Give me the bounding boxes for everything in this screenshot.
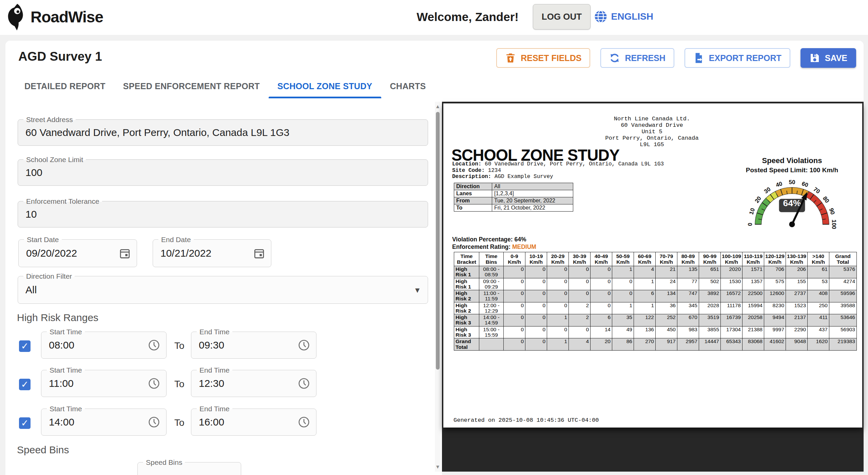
reset-fields-button[interactable]: RESET FIELDS: [496, 48, 590, 68]
column-header: 0-9Km/h: [504, 252, 525, 266]
table-row: High Risk 108:00 - 08:590000014211356512…: [454, 266, 857, 278]
column-header: >140Km/h: [808, 252, 829, 266]
enforcement-tolerance-field[interactable]: Enforcement Tolerance 10: [18, 201, 428, 227]
scrollbar-thumb[interactable]: [436, 112, 440, 370]
survey-meta-table: DirectionAllLanes[1,2,3,4]FromTue, 20 Se…: [454, 183, 573, 212]
gauge-tick-label: 0: [747, 223, 753, 226]
gauge-tick-label: 10: [748, 207, 756, 215]
logout-button[interactable]: LOG OUT: [533, 4, 591, 29]
calendar-icon[interactable]: [119, 248, 131, 259]
language-label: ENGLISH: [611, 11, 653, 22]
start-date-value: 09/20/2022: [26, 248, 77, 259]
column-header: 90-99Km/h: [699, 252, 721, 266]
column-header: 120-129Km/h: [764, 252, 786, 266]
column-header: 40-49Km/h: [591, 252, 612, 266]
street-address-field[interactable]: Street Address 60 Vanedward Drive, Port …: [18, 119, 428, 146]
range-checkbox[interactable]: ✓: [19, 340, 31, 352]
direction-filter-value: All: [25, 284, 37, 296]
clock-icon[interactable]: [298, 339, 310, 351]
table-row: ToFri, 21 October, 2022: [454, 204, 573, 212]
gauge-subtitle: Posted Speed Limit: 100 Km/h: [731, 166, 853, 174]
table-row: High Risk 211:00 - 11:590000006134747389…: [454, 290, 857, 302]
gauge-tick-label: 50: [789, 179, 795, 185]
table-row: Grand Total00142086270917295714447653438…: [454, 338, 857, 351]
top-bar: RoadWise Welcome, Zander! LOG OUT ENGLIS…: [0, 0, 868, 35]
start-time-field[interactable]: Start Time 08:00: [41, 332, 167, 359]
column-header: GrandTotal: [829, 252, 857, 266]
start-time-field[interactable]: Start Time 11:00: [41, 370, 167, 397]
generated-timestamp: Generated on 2025-10-08 10:45:36 UTC-04:…: [454, 417, 599, 423]
end-time-field[interactable]: End Time 16:00: [191, 409, 316, 436]
column-header: TimeBins: [479, 252, 504, 266]
report-info: Location: 60 Vanedward Drive, Port Perry…: [452, 161, 664, 180]
refresh-icon: [609, 53, 620, 63]
gauge-tick-label: 40: [775, 180, 783, 189]
calendar-icon[interactable]: [253, 248, 265, 259]
form-scrollbar[interactable]: ▲ ▼: [435, 102, 441, 472]
gauge-tick-label: 20: [754, 195, 763, 204]
export-report-button[interactable]: EXPORT REPORT: [684, 48, 790, 68]
gauge-title: Speed Violations: [741, 156, 843, 165]
scroll-up-icon[interactable]: ▲: [435, 102, 441, 111]
range-checkbox[interactable]: ✓: [19, 379, 31, 390]
refresh-button[interactable]: REFRESH: [600, 48, 674, 68]
welcome-text: Welcome, Zander!: [417, 10, 519, 24]
report-viewer[interactable]: North Line Canada Ltd.60 Vanedward Drive…: [442, 102, 864, 472]
gauge-needle-hub: [789, 221, 795, 227]
high-risk-ranges-heading: High Risk Ranges: [17, 312, 98, 323]
globe-icon: [594, 10, 607, 23]
table-row: High Risk 315:00 - 15:590000144913645098…: [454, 326, 857, 338]
viewer-bottom-gap: [442, 472, 864, 475]
column-header: 130-139Km/h: [786, 252, 808, 266]
street-address-label: Street Address: [23, 115, 76, 124]
company-address-block: North Line Canada Ltd.60 Vanedward Drive…: [567, 116, 737, 148]
chevron-down-icon[interactable]: ▾: [415, 285, 420, 295]
gauge-tick-label: 80: [822, 195, 831, 204]
start-date-field[interactable]: Start Date 09/20/2022: [18, 239, 137, 267]
column-header: 20-29Km/h: [547, 252, 569, 266]
column-header: 70-79Km/h: [656, 252, 677, 266]
clock-icon[interactable]: [148, 416, 160, 428]
column-header: 100-109Km/h: [721, 252, 742, 266]
to-label: To: [174, 340, 185, 351]
gauge-tick-label: 100: [831, 219, 837, 229]
column-header: 110-119Km/h: [742, 252, 764, 266]
column-header: TimeBracket: [454, 252, 479, 266]
direction-filter-select[interactable]: Direction Filter All ▾: [18, 276, 428, 304]
school-zone-limit-field[interactable]: School Zone Limit 100: [18, 159, 428, 186]
end-time-field[interactable]: End Time 09:30: [191, 332, 316, 359]
range-checkbox[interactable]: ✓: [19, 417, 31, 429]
clock-icon[interactable]: [148, 377, 160, 390]
end-date-field[interactable]: End Date 10/21/2022: [153, 239, 271, 267]
start-time-field[interactable]: Start Time 14:00: [41, 409, 167, 436]
speed-bins-table: TimeBracketTimeBins0-9Km/h10-19Km/h20-29…: [454, 252, 857, 351]
column-header: 10-19Km/h: [525, 252, 547, 266]
owl-logo-icon: [5, 3, 26, 31]
column-header: 60-69Km/h: [634, 252, 656, 266]
save-icon: [809, 53, 820, 63]
table-row: High Risk 212:00 - 12:290002011363452028…: [454, 302, 857, 314]
scroll-down-icon[interactable]: ▼: [435, 463, 441, 471]
brand[interactable]: RoadWise: [5, 3, 103, 31]
school-zone-limit-value: 100: [25, 167, 42, 178]
speed-bins-heading: Speed Bins: [17, 444, 69, 456]
violation-summary: Violation Percentage: 64% Enforcement Ra…: [452, 236, 536, 251]
save-button[interactable]: SAVE: [801, 48, 856, 68]
report-page: North Line Canada Ltd.60 Vanedward Drive…: [443, 103, 862, 428]
gauge-tick-label: 30: [763, 186, 772, 195]
table-row: Lanes[1,2,3,4]: [454, 190, 573, 197]
end-time-field[interactable]: End Time 12:30: [191, 370, 316, 397]
gauge-tick-label: 70: [812, 186, 821, 195]
clock-icon[interactable]: [298, 377, 310, 390]
speed-bins-field[interactable]: Speed Bins: [137, 462, 241, 475]
brand-name: RoadWise: [31, 8, 103, 26]
clock-icon[interactable]: [298, 416, 310, 428]
language-selector[interactable]: ENGLISH: [594, 10, 653, 23]
gauge-tick-label: 60: [801, 180, 809, 189]
clock-icon[interactable]: [148, 339, 160, 351]
export-file-icon: [693, 53, 704, 63]
enforcement-rating-value: MEDIUM: [512, 243, 536, 250]
toolbar: RESET FIELDS REFRESH EXPORT REPORT: [496, 48, 856, 68]
gauge-value-label: 64%: [783, 198, 801, 208]
gauge-tick-label: 90: [828, 207, 836, 215]
